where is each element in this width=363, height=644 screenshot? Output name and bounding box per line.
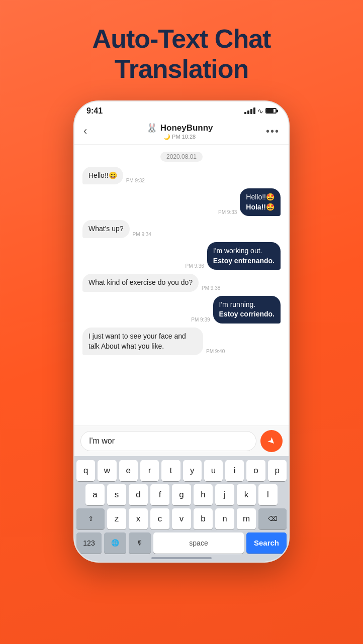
- status-icons: ∿: [244, 107, 277, 115]
- key-d[interactable]: d: [129, 484, 148, 505]
- message-row: What's up? PM 9:34: [82, 220, 281, 238]
- message-time: PM 9:39: [191, 317, 210, 323]
- keyboard-row-4: 123 🌐 🎙 space Search: [76, 532, 287, 554]
- key-w[interactable]: w: [98, 460, 116, 481]
- chat-header-center: 🐰 HoneyBunny 🌙 PM 10:28: [93, 123, 266, 140]
- signal-icon: [244, 108, 255, 114]
- key-u[interactable]: u: [204, 460, 223, 481]
- chat-avatar: 🐰: [146, 123, 157, 134]
- message-row: PM 9:33 Hello!!🤩 Hola!!🤩: [82, 188, 281, 216]
- message-input[interactable]: [80, 431, 256, 451]
- key-z[interactable]: z: [107, 508, 126, 529]
- message-bubble: Hello!!🤩 Hola!!🤩: [240, 188, 281, 216]
- message-time: PM 9:32: [126, 178, 145, 183]
- date-divider: 2020.08.01: [160, 152, 203, 162]
- status-emoji: 🌙: [163, 134, 170, 140]
- key-x[interactable]: x: [129, 508, 148, 529]
- key-i[interactable]: i: [225, 460, 244, 481]
- send-icon: ➤: [265, 435, 278, 448]
- keyboard-row-1: q w e r t y u i o p: [76, 460, 287, 481]
- message-row: Hello!!😄 PM 9:32: [82, 167, 281, 185]
- message-bubble: I just want to see your face and talk Ab…: [82, 328, 203, 355]
- message-row: What kind of exercise do you do? PM 9:38: [82, 274, 281, 292]
- key-mic[interactable]: 🎙: [129, 532, 151, 554]
- key-t[interactable]: t: [161, 460, 180, 481]
- input-area: ➤: [74, 425, 289, 456]
- more-options-button[interactable]: •••: [266, 126, 280, 137]
- key-e[interactable]: e: [119, 460, 138, 481]
- message-bubble: I'm running. Estoy corriendo.: [213, 296, 281, 324]
- message-time: PM 9:40: [206, 349, 225, 354]
- message-bubble: What's up?: [82, 220, 130, 238]
- key-v[interactable]: v: [172, 508, 191, 529]
- key-o[interactable]: o: [246, 460, 265, 481]
- key-space[interactable]: space: [153, 532, 244, 554]
- bottom-bar: [76, 557, 287, 560]
- key-numbers[interactable]: 123: [76, 532, 102, 554]
- key-a[interactable]: a: [85, 484, 105, 505]
- keyboard-row-3: ⇧ z x c v b n m ⌫: [76, 508, 287, 529]
- message-bubble: I'm working out. Estoy entrenando.: [207, 242, 281, 270]
- home-indicator: [151, 557, 212, 559]
- key-g[interactable]: g: [172, 484, 191, 505]
- key-b[interactable]: b: [194, 508, 213, 529]
- wifi-icon: ∿: [257, 107, 263, 115]
- key-j[interactable]: j: [215, 484, 234, 505]
- key-n[interactable]: n: [215, 508, 234, 529]
- message-time: PM 9:38: [202, 285, 220, 291]
- message-time: PM 9:34: [133, 232, 151, 237]
- send-button[interactable]: ➤: [260, 430, 283, 452]
- key-m[interactable]: m: [237, 508, 256, 529]
- chat-header: ‹ 🐰 HoneyBunny 🌙 PM 10:28 •••: [74, 119, 289, 145]
- search-button[interactable]: Search: [246, 532, 287, 554]
- message-bubble: What kind of exercise do you do?: [82, 274, 199, 292]
- status-time: 9:41: [86, 106, 103, 116]
- key-delete[interactable]: ⌫: [258, 508, 287, 529]
- phone-shell: 9:41 ∿ ‹ 🐰 HoneyBunny: [73, 100, 290, 563]
- chat-status: 🌙 PM 10:28: [163, 134, 196, 140]
- key-r[interactable]: r: [140, 460, 159, 481]
- hero-title: Auto-Text Chat Translation: [93, 24, 271, 84]
- message-time: PM 9:36: [186, 263, 204, 269]
- back-button[interactable]: ‹: [83, 125, 87, 138]
- status-bar: 9:41 ∿: [74, 101, 289, 119]
- key-s[interactable]: s: [107, 484, 126, 505]
- chat-name: HoneyBunny: [160, 123, 213, 133]
- message-time: PM 9:33: [218, 209, 237, 215]
- key-q[interactable]: q: [76, 460, 95, 481]
- key-h[interactable]: h: [194, 484, 213, 505]
- battery-icon: [265, 108, 277, 114]
- message-bubble: Hello!!😄: [82, 167, 123, 185]
- message-row: PM 9:39 I'm running. Estoy corriendo.: [82, 296, 281, 324]
- key-globe[interactable]: 🌐: [104, 532, 126, 554]
- keyboard-row-2: a s d f g h j k l: [76, 484, 287, 505]
- key-k[interactable]: k: [237, 484, 256, 505]
- key-c[interactable]: c: [150, 508, 169, 529]
- message-row: I just want to see your face and talk Ab…: [82, 328, 281, 355]
- key-f[interactable]: f: [150, 484, 169, 505]
- status-time: PM 10:28: [172, 134, 196, 140]
- key-y[interactable]: y: [183, 460, 202, 481]
- messages-area: 2020.08.01 Hello!!😄 PM 9:32 PM 9:33 Hell…: [74, 145, 289, 425]
- key-p[interactable]: p: [268, 460, 287, 481]
- key-l[interactable]: l: [258, 484, 278, 505]
- key-shift[interactable]: ⇧: [76, 508, 105, 529]
- keyboard: q w e r t y u i o p a s d f g h j k: [74, 456, 289, 562]
- message-row: PM 9:36 I'm working out. Estoy entrenand…: [82, 242, 281, 270]
